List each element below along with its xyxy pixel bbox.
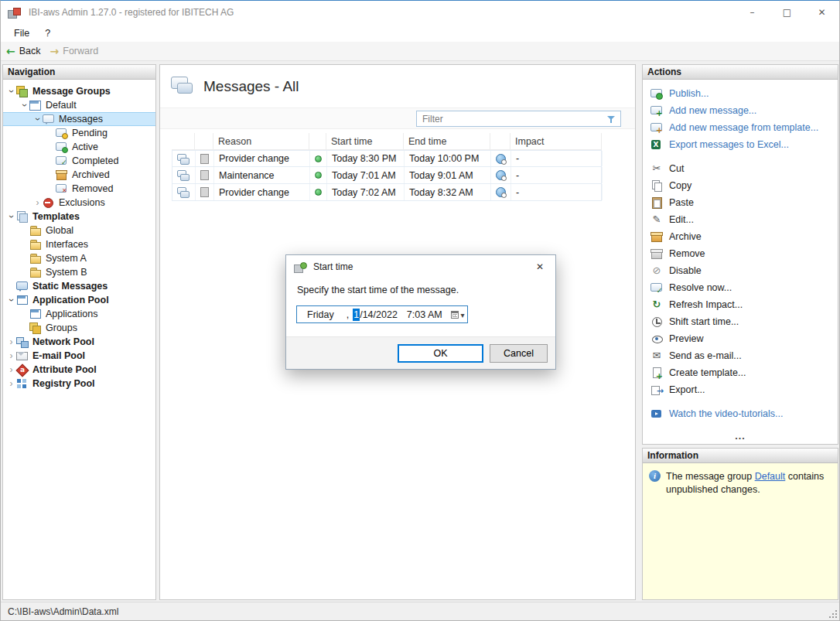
tree-item-attribute-pool[interactable]: ›Attribute Pool [3,363,155,377]
datetime-picker[interactable]: Friday , 1 /14/2022 7:03 AM [296,305,468,323]
action-paste[interactable]: Paste [650,194,835,211]
tree-item-applications[interactable]: Applications [3,307,155,321]
back-button[interactable]: Back [6,45,41,57]
tree-item-label: Application Pool [30,295,111,305]
action-create-template[interactable]: Create template... [650,364,835,381]
tree-item-registry-pool[interactable]: ›Registry Pool [3,377,155,391]
datetime-date-segment[interactable]: /14/2022 [360,309,398,320]
completed-icon [56,155,67,166]
tree-item-static-messages[interactable]: Static Messages [3,279,155,293]
table-row[interactable]: Provider changeToday 7:02 AMToday 8:32 A… [172,184,602,201]
tree-item-e-mail-pool[interactable]: ›E-mail Pool [3,349,155,363]
cancel-button[interactable]: Cancel [490,344,548,363]
dialog-close-button[interactable]: ✕ [524,255,555,278]
action-preview[interactable]: Preview [650,330,835,347]
action-cut[interactable]: Cut [650,160,835,177]
expander-right-icon[interactable]: › [6,337,16,346]
action-archive[interactable]: Archive [650,228,835,245]
templates-icon [16,211,28,222]
action-label: Resolve now... [669,282,732,293]
row-checkbox[interactable] [200,154,209,164]
resize-grip[interactable] [828,609,837,618]
tree-item-global[interactable]: Global [3,223,155,237]
dialog-message: Specify the start time of the message. [297,285,459,295]
tree-item-removed[interactable]: Removed [3,182,155,196]
column-header-impact[interactable]: Impact [510,133,602,149]
tree-item-messages[interactable]: ›Messages [3,112,155,126]
tree-item-application-pool[interactable]: ›Application Pool [3,293,155,307]
tree-item-archived[interactable]: Archived [3,168,155,182]
action-export-messages-to-excel[interactable]: Export messages to Excel... [650,136,835,153]
action-add-new-message-from-template[interactable]: Add new message from template... [650,119,835,136]
action-send-as-e-mail[interactable]: Send as e-mail... [650,347,835,364]
action-add-new-message[interactable]: Add new message... [650,102,835,119]
expander-down-icon[interactable]: › [7,212,16,222]
action-shift-start-time[interactable]: Shift start time... [650,313,835,330]
tree-item-default[interactable]: ›Default [3,98,155,112]
removed-icon [56,183,67,194]
tree-item-groups[interactable]: Groups [3,321,155,335]
action-copy[interactable]: Copy [650,177,835,194]
filter-funnel-icon[interactable] [606,114,617,125]
tree-item-active[interactable]: Active [3,140,155,154]
expander-right-icon[interactable]: › [6,365,16,374]
action-label: Cut [669,163,684,174]
tree-item-system-b[interactable]: System B [3,265,155,279]
tree-item-label: Removed [70,183,116,194]
action-label: Shift start time... [669,316,739,327]
column-header-start-time[interactable]: Start time [326,133,404,149]
action-export[interactable]: Export... [650,381,835,398]
create-template-icon [650,367,663,379]
action-remove[interactable]: Remove [650,245,835,262]
filter-input[interactable] [417,114,606,125]
checkbox-cell [196,167,214,183]
column-header-end-time[interactable]: End time [404,133,490,149]
datetime-day-segment[interactable]: Friday [307,309,334,320]
expander-right-icon[interactable]: › [6,379,16,388]
close-button[interactable]: ✕ [804,1,839,24]
default-group-link[interactable]: Default [755,471,786,482]
action-refresh-impact[interactable]: Refresh Impact... [650,296,835,313]
tree-item-network-pool[interactable]: ›Network Pool [3,335,155,349]
row-checkbox[interactable] [200,187,209,197]
actions-overflow-indicator[interactable]: ... [643,434,838,444]
table-row[interactable]: Provider changeToday 8:30 PMToday 10:00 … [172,150,602,167]
column-header-reason[interactable]: Reason [213,133,309,149]
action-label: Send as e-mail... [669,350,742,361]
expander-down-icon[interactable]: › [7,295,16,305]
tree-item-system-a[interactable]: System A [3,251,155,265]
table-row[interactable]: MaintenanceToday 7:01 AMToday 9:01 AM- [172,167,602,184]
expander-right-icon[interactable]: › [32,198,43,207]
action-watch-the-video-tutorials[interactable]: Watch the video-tutorials... [650,405,835,422]
tree-item-exclusions[interactable]: ›Exclusions [3,196,155,210]
datetime-dropdown-button[interactable] [449,306,467,322]
tree-item-completed[interactable]: Completed [3,154,155,168]
tree-item-pending[interactable]: Pending [3,126,155,140]
action-resolve-now[interactable]: Resolve now... [650,279,835,296]
datetime-time-segment[interactable]: 7:03 AM [407,309,442,320]
forward-button[interactable]: Forward [50,45,99,57]
action-disable[interactable]: Disable [650,262,835,279]
navigation-panel: Navigation ›Message Groups›Default›Messa… [2,64,156,600]
header-status-column [309,133,326,149]
menu-help[interactable]: ? [38,26,57,40]
ok-button[interactable]: OK [398,344,483,363]
action-edit[interactable]: Edit... [650,211,835,228]
tree-item-label: Messages [56,114,105,125]
datetime-selected-segment[interactable]: 1 [353,309,360,321]
tree-item-templates[interactable]: ›Templates [3,210,155,223]
menu-file[interactable]: File [7,26,36,40]
row-checkbox[interactable] [200,170,209,180]
action-label: Publish... [669,88,709,99]
maximize-button[interactable]: □ [770,1,804,24]
tree-item-message-groups[interactable]: ›Message Groups [3,84,155,98]
expander-right-icon[interactable]: › [6,351,16,360]
expander-down-icon[interactable]: › [33,114,43,125]
expander-down-icon[interactable]: › [20,101,29,111]
impact-cell: - [511,167,603,183]
action-publish[interactable]: Publish... [650,85,835,102]
impact-globe-icon [496,170,506,180]
tree-item-interfaces[interactable]: Interfaces [3,237,155,251]
expander-down-icon[interactable]: › [7,87,16,97]
minimize-button[interactable]: – [735,1,770,24]
